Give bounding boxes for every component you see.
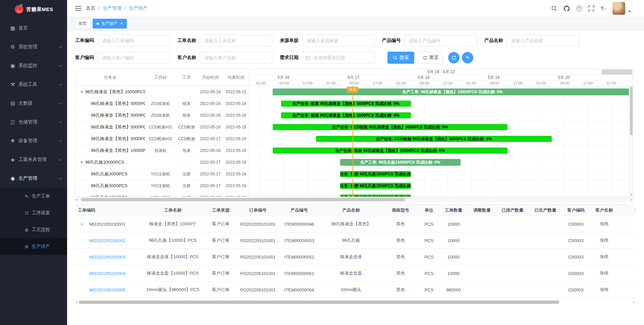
gantt-grid-row[interactable]: 96孔移液盒【黑色】5000PCSZ02组装机组装2022-05-162022-… xyxy=(75,110,249,121)
sidebar-submenu-item[interactable]: ☷ 工序设置 xyxy=(0,205,67,221)
navbar-actions: ? TT xyxy=(550,2,631,15)
sidebar-menu-item[interactable]: ▦ 首页 xyxy=(0,19,67,38)
gantt-vertical-scrollbar[interactable]: ▼ xyxy=(629,86,633,197)
fullscreen-icon[interactable] xyxy=(588,5,595,12)
order-row[interactable]: MO202205150002 96孔孔板【10000】PCS客户订单PO2022… xyxy=(75,232,635,249)
app-logo-icon xyxy=(15,5,23,14)
gantt-task-bar[interactable]: 生产任务: 包装 96孔移液盒【黑色】10000PCS 完成比例: 0% xyxy=(273,148,507,154)
sidebar-menu-item[interactable]: ❖ 设备管理 xyxy=(0,131,67,150)
scroll-right-arrow[interactable]: ▸ xyxy=(631,197,633,202)
scroll-down-arrow[interactable]: ▼ xyxy=(629,193,633,196)
orders-column-header: 需求日期 xyxy=(620,205,635,216)
scrollbar-thumb[interactable] xyxy=(630,87,633,135)
sidebar: 苦糖果MES ▦ 首页 ⚙ 系统管理 ▣ 系统监控 ⚒ 系统工具 ▤ 主数据 xyxy=(0,0,67,325)
sidebar-menu-item[interactable]: ◫ 仓储管理 xyxy=(0,113,67,131)
scroll-left-arrow[interactable]: ◂ xyxy=(76,300,77,305)
sidebar-menu-item[interactable]: ▤ 主数据 xyxy=(0,94,67,113)
order-row[interactable]: MO202205150004 移液盒盒盖【10000】PCS客户订单PO2022… xyxy=(75,265,635,282)
workorder-link[interactable]: MO202205150002 xyxy=(89,238,125,243)
sidebar-menu-item[interactable]: ⚙ 系统管理 xyxy=(0,38,67,56)
gantt-horizontal-scrollbar[interactable]: ◂ ▸ xyxy=(75,197,633,202)
workorder-link[interactable]: MO202205150003 xyxy=(89,255,125,260)
close-icon[interactable]: × xyxy=(120,21,123,26)
gantt-task-bar[interactable]: 生产任务: 组装 96孔移液盒【黑色】5000PCS 完成比例: 0% xyxy=(281,101,411,107)
gantt-grid-row[interactable]: ▼96孔孔板10000PCS2022-05-172022-05-19 xyxy=(75,157,249,168)
gantt-task-bar[interactable]: 生产任务: CCD检测 96孔移液盒【黑色】5000PCS 完成比例: 0% xyxy=(316,136,551,142)
sidebar-toggle-icon[interactable] xyxy=(75,6,81,11)
sidebar-menu-item[interactable]: ◉ 生产管理 xyxy=(0,169,67,188)
filter-input[interactable] xyxy=(98,52,170,64)
pencil-icon: ✎ xyxy=(466,55,470,61)
scroll-left-arrow[interactable]: ◂ xyxy=(76,197,77,202)
breadcrumb-item[interactable]: 首页 xyxy=(86,5,95,11)
user-avatar[interactable] xyxy=(612,2,625,15)
sidebar-menu-item[interactable]: ▣ 系统监控 xyxy=(0,56,67,75)
order-row[interactable]: MO202205150001 移液盒【黑色】10000个客户订单PO202205… xyxy=(75,216,635,232)
edit-button[interactable]: ✎ xyxy=(462,52,473,63)
avatar-caret-icon[interactable] xyxy=(628,11,631,12)
reset-button[interactable]: 重置 xyxy=(418,52,443,64)
gantt-grid-row[interactable]: 96孔孔板3000PCSY02注塑机注塑2022-05-172022-05-18 xyxy=(75,180,249,192)
tree-expand-icon[interactable]: ▼ xyxy=(80,90,83,94)
gantt-hour-label: 09:00 xyxy=(420,80,429,86)
breadcrumb: 首页 / 生产管理 / 生产排产 xyxy=(86,5,148,11)
order-row[interactable]: MO202205150003 移液盒盒体【10000】PCS客户订单PO2022… xyxy=(75,249,635,265)
sidebar-menu-item[interactable]: ⚒ 系统工具 xyxy=(0,75,67,94)
sidebar-submenu-item[interactable]: ≣ 工艺流程 xyxy=(0,221,67,238)
gantt-task-bar[interactable]: 生产任务: 注塑 96孔孔板3000PCS 完成比例: 0% xyxy=(340,171,411,177)
sidebar-menu: ▦ 首页 ⚙ 系统管理 ▣ 系统监控 ⚒ 系统工具 ▤ 主数据 ◫ xyxy=(0,19,67,188)
github-icon[interactable] xyxy=(563,5,570,12)
sidebar-submenu-item[interactable]: ⊞ 生产排产 xyxy=(0,238,67,255)
sidebar-submenu-item[interactable]: ✎ 生产工单 xyxy=(0,188,67,205)
tree-expand-icon[interactable]: ▼ xyxy=(80,161,83,164)
filter-input[interactable] xyxy=(302,52,375,64)
gantt-task-bar[interactable]: 生产任务: 注塑 96孔孔板3000PCS 完成比例: 0% xyxy=(340,183,411,189)
scrollbar-thumb[interactable] xyxy=(81,198,405,201)
gantt-grid-row[interactable]: 96孔孔板3000PCSY01注塑机注塑2022-05-172022-05-18 xyxy=(75,168,249,180)
breadcrumb-item[interactable]: / 生产排产 xyxy=(121,5,148,11)
gantt-grid-row[interactable]: ▼96孔移液盒【黑色】10000PCS2022-05-162022-05-21 xyxy=(75,86,249,98)
scrollbar-thumb[interactable] xyxy=(79,301,559,304)
gantt-body: ▼96孔移液盒【黑色】10000PCS2022-05-162022-05-219… xyxy=(75,86,633,197)
orders-horizontal-scrollbar[interactable]: ◂ ▸ xyxy=(75,300,635,305)
font-size-icon[interactable]: TT xyxy=(600,5,607,12)
gantt-grid-row[interactable]: 96孔移液盒【黑色】10000PCS包装机包装2022-05-162022-05… xyxy=(75,145,249,157)
filter-input[interactable] xyxy=(405,35,477,47)
gantt-workorder-bar[interactable]: 生产工单: 96孔孔板10000PCS 完成比例: 0% xyxy=(340,159,461,166)
scroll-right-arrow[interactable]: ▸ xyxy=(633,300,635,305)
breadcrumb-label[interactable]: 生产管理 xyxy=(103,5,121,11)
gantt-hour-label: 09:00 xyxy=(490,80,499,86)
workorder-link[interactable]: MO202205150001 xyxy=(89,222,125,227)
filter-input[interactable] xyxy=(200,52,272,64)
filter-input[interactable] xyxy=(200,35,272,47)
production-icon: ◉ xyxy=(10,175,15,181)
expand-chevron-icon[interactable] xyxy=(80,222,84,225)
search-icon[interactable] xyxy=(550,5,558,12)
search-button[interactable]: 搜索 xyxy=(387,52,414,64)
breadcrumb-separator: / xyxy=(98,6,100,11)
gantt-grid-row[interactable]: 96孔移液盒【黑色】5000PCSZ01组装机组装2022-05-162022-… xyxy=(75,98,249,110)
workorder-link[interactable]: MO202205150005 xyxy=(89,287,125,292)
breadcrumb-label[interactable]: 生产排产 xyxy=(129,5,148,11)
chevron-icon xyxy=(59,101,62,105)
breadcrumb-item[interactable]: / 生产管理 xyxy=(95,5,121,11)
filter-input[interactable] xyxy=(98,35,170,47)
page-tab[interactable]: 生产排产 × xyxy=(93,19,127,29)
gantt-workorder-bar[interactable]: 生产工单: 96孔移液盒【黑色】10000PCS 完成比例: 0% xyxy=(273,89,629,95)
refresh-button[interactable] xyxy=(448,52,460,63)
order-row[interactable]: MO202205150005 10mm吸头【960000】PCS客户订单PO20… xyxy=(75,282,635,298)
gantt-task-bar[interactable]: 生产任务: 组装 96孔移液盒【黑色】5000PCS 完成比例: 0% xyxy=(281,112,411,118)
workorder-link[interactable]: MO202205150004 xyxy=(89,271,125,276)
gantt-grid-row[interactable]: 96孔移液盒【黑色】5000PCSCCD检测#02CCD检测2022-05-17… xyxy=(75,133,249,145)
filter-input[interactable] xyxy=(302,35,375,47)
filter-input[interactable] xyxy=(507,35,579,47)
page-tab[interactable]: 首页 xyxy=(74,19,91,29)
workorder-icon: ✎ xyxy=(24,194,29,199)
gantt-task-bar[interactable]: 生产任务: CCD检测 96孔移液盒【黑色】5000PCS 完成比例: 0% xyxy=(273,124,507,130)
help-icon[interactable]: ? xyxy=(575,5,583,12)
breadcrumb-label[interactable]: 首页 xyxy=(86,5,95,11)
gantt-grid-row[interactable]: 96孔移液盒【黑色】5000PCSCCD检测#01CCD检测2022-05-16… xyxy=(75,121,249,133)
gantt-task-bar[interactable]: 生产任务: 注塑 96孔孔板3000PCS 完成比例: 0% xyxy=(340,195,411,197)
sidebar-menu-item[interactable]: ◈ 工装夹具管理 xyxy=(0,150,67,169)
gantt-grid-row[interactable]: 96孔孔板3000PCSY03注塑机注塑2022-05-172022-05-18 xyxy=(75,192,249,197)
